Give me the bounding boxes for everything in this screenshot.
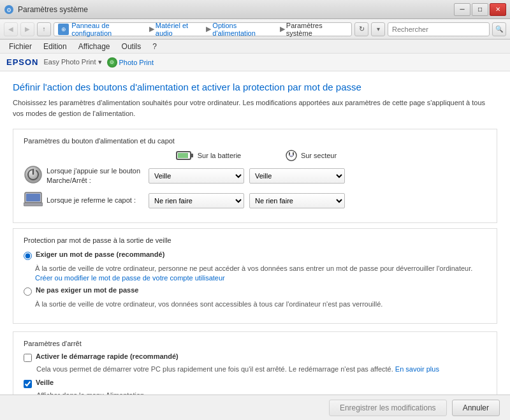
battery-label: Sur la batterie xyxy=(198,152,241,159)
address-bar: ◀ ▶ ↑ ⊕ Panneau de configuration ▶ Matér… xyxy=(0,19,510,40)
photo-print-icon: ⊙ xyxy=(107,57,117,68)
svg-rect-3 xyxy=(178,153,188,158)
dropdown-button[interactable]: ▾ xyxy=(371,22,385,36)
power-button-sector-select[interactable]: Veille Arrêt Hibernation Ne rien faire xyxy=(249,168,345,184)
no-password-label: Ne pas exiger un mot de passe xyxy=(36,286,138,294)
no-password-option: Ne pas exiger un mot de passe xyxy=(24,286,486,296)
refresh-button[interactable]: ↻ xyxy=(354,22,368,36)
laptop-lid-icon xyxy=(24,191,43,208)
power-button-row: Lorsque j'appuie sur le boutonMarche/Arr… xyxy=(24,165,486,186)
save-button[interactable]: Enregistrer les modifications xyxy=(329,400,447,416)
power-button-battery-select[interactable]: Veille Arrêt Hibernation Ne rien faire xyxy=(149,168,244,184)
fast-startup-checkbox[interactable] xyxy=(24,354,32,362)
power-section-label: Paramètres du bouton d'alimentation et d… xyxy=(24,137,486,145)
close-button[interactable]: ✕ xyxy=(490,3,506,16)
svg-rect-12 xyxy=(26,194,40,201)
menu-fichier[interactable]: Fichier xyxy=(4,41,37,52)
separator-2: ▶ xyxy=(206,25,211,33)
up-button[interactable]: ↑ xyxy=(37,22,51,36)
veille-checkbox[interactable] xyxy=(24,380,32,388)
battery-header: Sur la batterie xyxy=(157,150,259,161)
power-button-label: Lorsque j'appuie sur le boutonMarche/Arr… xyxy=(47,166,149,185)
photo-print-link[interactable]: ⊙ Photo Print xyxy=(107,57,154,68)
shutdown-section-title: Paramètres d'arrêt xyxy=(24,340,486,347)
password-section-title: Protection par mot de passe à la sortie … xyxy=(24,236,486,244)
veille-row: Veille xyxy=(24,379,486,388)
lid-sector-select[interactable]: Ne rien faire Veille Arrêt Hibernation xyxy=(249,193,345,208)
require-password-option: Exiger un mot de passe (recommandé) xyxy=(24,250,486,260)
fast-startup-desc: Cela vous permet de démarrer votre PC pl… xyxy=(36,365,486,374)
search-input[interactable] xyxy=(388,22,490,36)
page-description: Choisissez les paramètres d'alimentation… xyxy=(13,98,497,119)
epson-text[interactable]: Easy Photo Print ▾ xyxy=(44,58,102,66)
svg-text:⚙: ⚙ xyxy=(6,7,11,13)
maximize-button[interactable]: □ xyxy=(472,3,488,16)
menu-edition[interactable]: Edition xyxy=(38,41,72,52)
password-link[interactable]: Créer ou modifier le mot de passe de vot… xyxy=(35,274,225,282)
lid-battery-select[interactable]: Ne rien faire Veille Arrêt Hibernation xyxy=(149,193,244,208)
fast-startup-row: Activer le démarrage rapide (recommandé) xyxy=(24,352,486,362)
title-bar: ⚙ Paramètres système ─ □ ✕ xyxy=(0,0,510,19)
window-icon: ⚙ xyxy=(4,4,14,15)
address-icon: ⊕ xyxy=(58,24,69,35)
footer: Enregistrer les modifications Annuler xyxy=(0,395,510,420)
path-segment-3: Options d'alimentation xyxy=(212,22,278,37)
lid-icon xyxy=(24,191,47,210)
path-segment-2: Matériel et audio xyxy=(156,22,205,37)
forward-button[interactable]: ▶ xyxy=(20,22,34,36)
main-content: Définir l'action des boutons d'alimentat… xyxy=(0,71,510,395)
password-section: Protection par mot de passe à la sortie … xyxy=(13,228,497,324)
menu-bar: Fichier Edition Affichage Outils ? xyxy=(0,40,510,54)
require-password-label: Exiger un mot de passe (recommandé) xyxy=(36,250,164,258)
minimize-button[interactable]: ─ xyxy=(454,3,470,16)
power-button-section: Paramètres du bouton d'alimentation et d… xyxy=(13,129,497,223)
no-password-desc: À la sortie de veille de votre ordinateu… xyxy=(35,300,486,309)
separator-1: ▶ xyxy=(149,25,154,33)
menu-outils[interactable]: Outils xyxy=(117,41,147,52)
window-title: Paramètres système xyxy=(18,5,88,14)
photo-print-label: Photo Print xyxy=(119,59,154,66)
battery-icon xyxy=(176,150,195,161)
require-password-desc: À la sortie de veille de votre ordinateu… xyxy=(35,264,486,284)
power-button-icon xyxy=(24,165,47,186)
veille-label: Veille xyxy=(36,379,54,386)
lid-label: Lorsque je referme le capot : xyxy=(47,196,149,205)
page-title: Définir l'action des boutons d'alimentat… xyxy=(13,82,497,92)
require-password-radio[interactable] xyxy=(24,252,32,260)
svg-rect-4 xyxy=(191,154,193,157)
epson-bar: EPSON Easy Photo Print ▾ ⊙ Photo Print xyxy=(0,54,510,71)
back-button[interactable]: ◀ xyxy=(4,22,18,36)
power-circle-icon xyxy=(24,165,43,184)
svg-rect-13 xyxy=(24,203,43,206)
password-radio-group: Exiger un mot de passe (recommandé) À la… xyxy=(24,250,486,309)
shutdown-section: Paramètres d'arrêt Activer le démarrage … xyxy=(13,331,497,395)
address-path[interactable]: ⊕ Panneau de configuration ▶ Matériel et… xyxy=(54,22,352,36)
cancel-button[interactable]: Annuler xyxy=(452,400,500,416)
sector-label: Sur secteur xyxy=(301,152,337,159)
path-segment-4: Paramètres système xyxy=(286,22,347,37)
menu-help[interactable]: ? xyxy=(147,41,162,52)
title-bar-controls: ─ □ ✕ xyxy=(454,3,506,16)
no-password-radio[interactable] xyxy=(24,287,32,296)
lid-row: Lorsque je referme le capot : Ne rien fa… xyxy=(24,191,486,210)
menu-affichage[interactable]: Affichage xyxy=(73,41,115,52)
fast-startup-link[interactable]: En savoir plus xyxy=(395,365,439,373)
epson-logo: EPSON xyxy=(6,57,39,67)
fast-startup-label: Activer le démarrage rapide (recommandé) xyxy=(36,352,178,360)
search-button[interactable]: 🔍 xyxy=(492,22,506,36)
path-segment-1: Panneau de configuration xyxy=(71,22,148,37)
separator-3: ▶ xyxy=(280,25,285,33)
power-plug-icon xyxy=(284,150,298,161)
sector-header: Sur secteur xyxy=(259,150,361,161)
title-bar-left: ⚙ Paramètres système xyxy=(4,4,88,15)
